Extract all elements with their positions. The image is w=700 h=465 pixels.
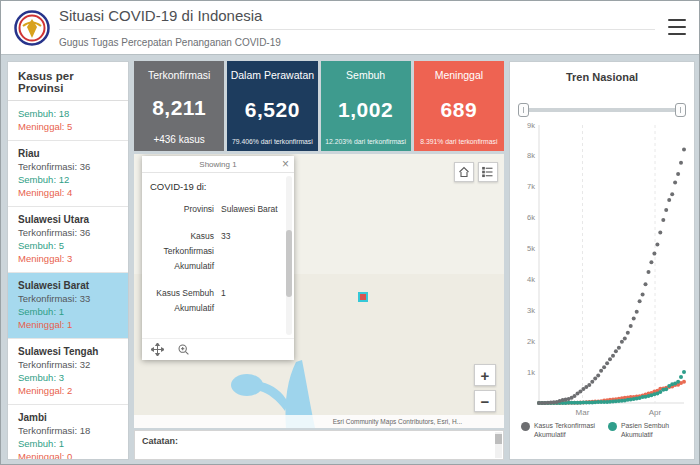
province-name: Jambi (18, 411, 118, 424)
stat-card: Dalam Perawatan6,52079.406% dari terkonf… (227, 61, 317, 151)
province-recovered: Sembuh: 3 (18, 371, 118, 384)
province-recovered: Sembuh: 12 (18, 173, 118, 186)
popup-body: COVID-19 di: ProvinsiSulawesi BaratKasus… (142, 173, 294, 338)
center-column: Terkonfirmasi8,211+436 kasusDalam Perawa… (134, 61, 504, 460)
map-canvas[interactable]: Showing 1 × COVID-19 di: ProvinsiSulawes… (134, 154, 504, 428)
time-slider[interactable] (518, 103, 686, 117)
notes-scrollbar[interactable] (495, 432, 502, 458)
stat-value: 1,002 (338, 98, 393, 122)
province-panel: Kasus per Provinsi Sembuh: 18Meninggal: … (7, 61, 129, 460)
map-attribution: Esri Community Maps Contributors, Esri, … (134, 415, 504, 428)
home-icon[interactable] (454, 162, 474, 182)
hamburger-menu-icon[interactable] (668, 19, 686, 35)
province-recovered: Sembuh: 5 (18, 239, 118, 252)
svg-text:3k: 3k (527, 306, 535, 315)
province-item[interactable]: RiauTerkonfirmasi: 36Sembuh: 12Meninggal… (8, 141, 128, 207)
svg-text:9k: 9k (527, 121, 535, 130)
legend-item: Pasien Sembuh Akumulatif (608, 421, 683, 439)
popup-count-label: Showing 1 (199, 160, 236, 169)
legend-item: Kasus Terkonfirmasi Akumulatif (521, 421, 596, 439)
trend-panel: Tren Nasional 9k8k7k6k5k4k3k2k1kMarApr K… (509, 61, 695, 460)
stat-label: Dalam Perawatan (231, 69, 314, 81)
stat-label: Meninggal (435, 69, 483, 81)
popup-field-label: Kasus Terkonfirmasi Akumulatif (148, 229, 214, 286)
province-item[interactable]: Sulawesi BaratTerkonfirmasi: 33Sembuh: 1… (8, 273, 128, 339)
stat-subtext: 79.406% dari terkonfirmasi (232, 138, 313, 145)
popup-scrollbar[interactable] (286, 176, 292, 335)
legend-dot-icon (521, 422, 530, 431)
zoom-out-button[interactable]: − (474, 390, 496, 412)
legend-label: Pasien Sembuh Akumulatif (621, 421, 683, 439)
stat-subtext: +436 kasus (153, 134, 204, 145)
province-confirmed: Terkonfirmasi: 18 (18, 424, 118, 437)
svg-text:6k: 6k (527, 213, 535, 222)
header: Situasi COVID-19 di Indonesia Gugus Tuga… (1, 1, 699, 55)
close-icon[interactable]: × (282, 156, 289, 173)
province-item[interactable]: JambiTerkonfirmasi: 18Sembuh: 1Meninggal… (8, 405, 128, 460)
province-recovered: Sembuh: 1 (18, 437, 118, 450)
legend-icon[interactable] (478, 162, 498, 182)
slider-track[interactable] (518, 108, 686, 112)
map-marker-sulawesi-barat[interactable] (358, 292, 368, 302)
page-title: Situasi COVID-19 di Indonesia (59, 1, 655, 30)
popup-title: COVID-19 di: (150, 181, 281, 192)
svg-text:2k: 2k (527, 337, 535, 346)
province-deaths: Meninggal: 3 (18, 252, 118, 265)
notes-title: Catatan: (135, 431, 503, 446)
svg-text:1k: 1k (527, 368, 535, 377)
province-confirmed: Terkonfirmasi: 36 (18, 160, 118, 173)
svg-text:7k: 7k (527, 182, 535, 191)
stats-row: Terkonfirmasi8,211+436 kasusDalam Perawa… (134, 61, 504, 151)
stat-card: Terkonfirmasi8,211+436 kasus (134, 61, 224, 151)
slider-handle-right[interactable] (675, 103, 686, 117)
notes-scrollbar-thumb[interactable] (495, 434, 502, 444)
province-confirmed: Terkonfirmasi: 33 (18, 292, 118, 305)
stat-subtext: 8.391% dari terkonfirmasi (420, 138, 497, 145)
popup-field-value: Sulawesi Barat (214, 202, 278, 229)
province-deaths: Meninggal: 4 (18, 186, 118, 199)
popup-field-row: Kasus Terkonfirmasi Akumulatif33 (148, 229, 278, 286)
legend-dot-icon (608, 422, 617, 431)
province-deaths: Meninggal: 0 (18, 450, 118, 460)
stat-value: 6,520 (245, 98, 300, 122)
zoom-to-icon[interactable] (176, 343, 190, 357)
trend-title: Tren Nasional (510, 62, 694, 83)
province-item[interactable]: Sulawesi TengahTerkonfirmasi: 32Sembuh: … (8, 339, 128, 405)
province-deaths: Meninggal: 1 (18, 318, 118, 331)
province-deaths: Meninggal: 2 (18, 384, 118, 397)
popup-scrollbar-thumb[interactable] (286, 230, 292, 297)
stat-value: 8,211 (152, 96, 206, 120)
popup-field-row: Kasus Sembuh Akumulatif1 (148, 286, 278, 328)
stat-label: Sembuh (346, 69, 385, 81)
stat-subtext: 12.203% dari terkonfirmasi (325, 138, 406, 145)
province-item[interactable]: Sembuh: 18Meninggal: 5 (8, 101, 128, 141)
province-list: Sembuh: 18Meninggal: 5RiauTerkonfirmasi:… (8, 101, 128, 460)
province-deaths: Meninggal: 5 (18, 120, 118, 133)
stat-value: 689 (441, 98, 478, 122)
slider-handle-left[interactable] (518, 103, 529, 117)
province-name: Sulawesi Tengah (18, 345, 118, 358)
province-recovered: Sembuh: 1 (18, 305, 118, 318)
svg-text:5k: 5k (527, 244, 535, 253)
province-confirmed: Terkonfirmasi: 36 (18, 226, 118, 239)
popup-field-label: Provinsi (148, 202, 214, 229)
popup-field-value: 1 (214, 286, 278, 328)
popup-header: Showing 1 × (142, 156, 294, 173)
zoom-in-button[interactable]: + (474, 364, 496, 386)
stat-card: Sembuh1,00212.203% dari terkonfirmasi (321, 61, 411, 151)
svg-text:Mar: Mar (576, 408, 590, 417)
province-name: Sulawesi Utara (18, 213, 118, 226)
svg-text:4k: 4k (527, 275, 535, 284)
province-item[interactable]: Sulawesi UtaraTerkonfirmasi: 36Sembuh: 5… (8, 207, 128, 273)
province-name: Sulawesi Barat (18, 279, 118, 292)
svg-text:Apr: Apr (649, 408, 662, 417)
popup-field-value: 33 (214, 229, 278, 286)
trend-legend: Kasus Terkonfirmasi AkumulatifPasien Sem… (510, 419, 694, 439)
province-confirmed: Terkonfirmasi: 32 (18, 358, 118, 371)
province-recovered: Sembuh: 18 (18, 107, 118, 120)
notes-panel: Catatan: (134, 430, 504, 460)
stat-card: Meninggal6898.391% dari terkonfirmasi (414, 61, 504, 151)
pan-icon[interactable] (150, 343, 164, 357)
page-subtitle: Gugus Tugas Percepatan Penanganan COVID-… (59, 30, 655, 54)
popup-field-label: Kasus Sembuh Akumulatif (148, 286, 214, 328)
